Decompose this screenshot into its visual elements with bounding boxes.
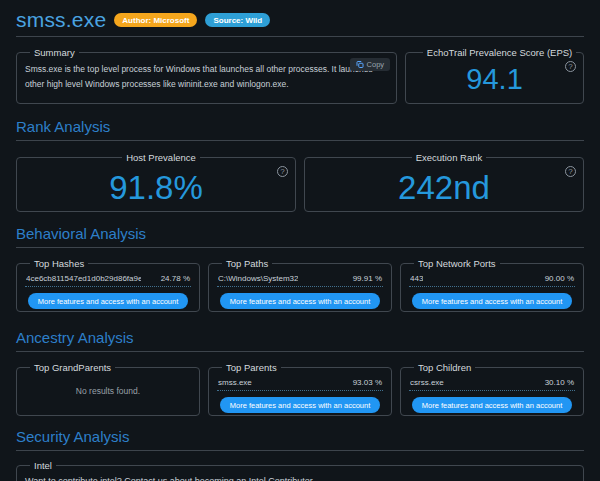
account-cta-button[interactable]: More features and access with an account: [220, 397, 381, 413]
summary-eps-row: Summary Copy Smss.exe is the top level p…: [16, 47, 584, 104]
process-analysis-page: smss.exe Author: Microsoft Source: Wild …: [0, 0, 600, 481]
summary-legend: Summary: [30, 47, 79, 58]
copy-icon: [356, 60, 364, 69]
section-heading-behavioral: Behavioral Analysis: [16, 225, 584, 248]
top-paths-panel: Top Paths C:\Windows\System32 99.91 % Mo…: [208, 258, 392, 312]
section-heading-rank: Rank Analysis: [16, 118, 584, 141]
top-parents-legend: Top Parents: [222, 362, 281, 373]
account-cta-button[interactable]: More features and access with an account: [412, 293, 573, 309]
top-grandparents-legend: Top GrandParents: [30, 362, 115, 373]
host-prevalence-value: 91.8%: [109, 169, 203, 207]
page-title: smss.exe: [16, 8, 106, 32]
table-row: 4ce6cb811547ed1d0b29d86fa9ece636 24.78 %: [25, 270, 191, 287]
intel-panel: Intel Want to contribute intel? Contact …: [16, 460, 584, 481]
source-badge: Source: Wild: [205, 13, 270, 27]
child-process-link[interactable]: csrss.exe: [410, 378, 444, 387]
parent-process-link[interactable]: smss.exe: [218, 378, 252, 387]
eps-score-value: 94.1: [466, 63, 522, 96]
table-row: C:\Windows\System32 99.91 %: [217, 270, 383, 287]
intel-text: Want to contribute intel? Contact us abo…: [25, 476, 575, 481]
no-results-text: No results found.: [25, 374, 191, 396]
host-prevalence-help-icon[interactable]: ?: [277, 166, 288, 177]
execution-rank-legend: Execution Rank: [412, 152, 487, 163]
account-cta-button[interactable]: More features and access with an account: [28, 293, 189, 309]
top-hashes-panel: Top Hashes 4ce6cb811547ed1d0b29d86fa9ece…: [16, 258, 200, 312]
ancestry-row: Top GrandParents No results found. Top P…: [16, 362, 584, 416]
hash-value-link[interactable]: 4ce6cb811547ed1d0b29d86fa9ece636: [26, 274, 141, 283]
header-divider: [16, 36, 584, 37]
section-heading-security: Security Analysis: [16, 428, 584, 451]
section-heading-ancestry: Ancestry Analysis: [16, 329, 584, 352]
child-percentage: 30.10 %: [545, 378, 574, 387]
page-header: smss.exe Author: Microsoft Source: Wild: [16, 7, 584, 33]
execution-rank-help-icon[interactable]: ?: [565, 166, 576, 177]
eps-help-icon[interactable]: ?: [565, 61, 576, 72]
port-value-link[interactable]: 443: [410, 274, 423, 283]
copy-button[interactable]: Copy: [350, 58, 391, 71]
rank-row: Host Prevalence ? 91.8% Execution Rank ?…: [16, 152, 584, 212]
table-row: 443 90.00 %: [409, 270, 575, 287]
path-value-link[interactable]: C:\Windows\System32: [218, 274, 298, 283]
top-network-ports-legend: Top Network Ports: [414, 258, 500, 269]
intel-legend: Intel: [30, 460, 56, 471]
execution-rank-panel: Execution Rank ? 242nd: [304, 152, 584, 212]
top-network-ports-panel: Top Network Ports 443 90.00 % More featu…: [400, 258, 584, 312]
account-cta-button[interactable]: More features and access with an account: [412, 397, 573, 413]
eps-panel: EchoTrail Prevalence Score (EPS) ? 94.1: [405, 47, 584, 104]
eps-legend: EchoTrail Prevalence Score (EPS): [423, 47, 576, 58]
table-row: smss.exe 93.03 %: [217, 374, 383, 391]
top-grandparents-panel: Top GrandParents No results found.: [16, 362, 200, 416]
top-paths-legend: Top Paths: [222, 258, 272, 269]
author-badge: Author: Microsoft: [114, 13, 197, 27]
account-cta-button[interactable]: More features and access with an account: [220, 293, 381, 309]
top-children-panel: Top Children csrss.exe 30.10 % More feat…: [400, 362, 584, 416]
host-prevalence-panel: Host Prevalence ? 91.8%: [16, 152, 296, 212]
execution-rank-value: 242nd: [398, 169, 490, 207]
top-parents-panel: Top Parents smss.exe 93.03 % More featur…: [208, 362, 392, 416]
parent-percentage: 93.03 %: [353, 378, 382, 387]
top-hashes-legend: Top Hashes: [30, 258, 88, 269]
host-prevalence-legend: Host Prevalence: [122, 152, 200, 163]
port-percentage: 90.00 %: [545, 274, 574, 283]
path-percentage: 99.91 %: [353, 274, 382, 283]
summary-panel: Summary Copy Smss.exe is the top level p…: [16, 47, 397, 104]
hash-percentage: 24.78 %: [161, 274, 190, 283]
behavioral-row: Top Hashes 4ce6cb811547ed1d0b29d86fa9ece…: [16, 258, 584, 312]
copy-label: Copy: [367, 60, 385, 69]
summary-text: Smss.exe is the top level process for Wi…: [25, 62, 388, 93]
table-row: csrss.exe 30.10 %: [409, 374, 575, 391]
top-children-legend: Top Children: [414, 362, 475, 373]
